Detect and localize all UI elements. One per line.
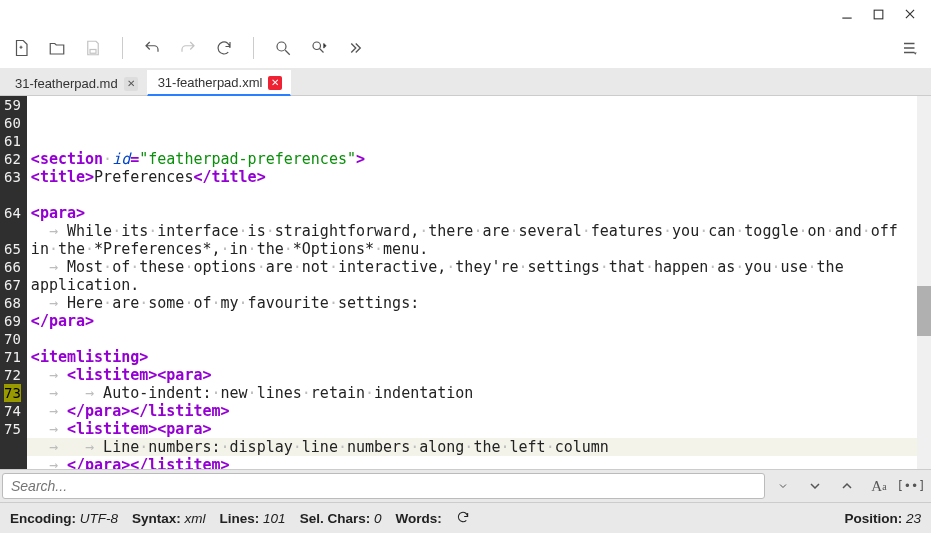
tab-label: 31-featherpad.xml [158,75,263,90]
line-number: 66 [4,258,21,276]
svg-point-3 [313,42,321,50]
code-line[interactable]: → → Line·numbers:·display·line·numbers·a… [27,438,931,456]
code-line[interactable]: → While·its·interface·is·straightforward… [27,222,931,240]
search-bar: Aa [••] [0,469,931,503]
window-close-button[interactable] [903,7,917,21]
find-button[interactable] [272,37,294,59]
line-number-gutter: 5960616263646566676869707172737475 [0,96,27,469]
code-line[interactable]: → <listitem><para> [27,366,931,384]
status-bar: Encoding: UTF-8 Syntax: xml Lines: 101 S… [0,503,931,533]
match-case-button[interactable]: Aa [865,473,893,499]
reload-button[interactable] [213,37,235,59]
line-number: 69 [4,312,21,330]
status-syntax-label: Syntax: [132,511,181,526]
scrollbar-thumb[interactable] [917,286,931,336]
window-maximize-button[interactable] [872,8,885,21]
code-line[interactable] [27,186,931,204]
svg-rect-1 [90,50,96,54]
line-number: 62 [4,150,21,168]
status-sel-value: 0 [374,511,382,526]
line-number: 71 [4,348,21,366]
line-number: 70 [4,330,21,348]
vertical-scrollbar[interactable] [917,96,931,469]
code-line[interactable]: <para> [27,204,931,222]
status-position-value: 23 [906,511,921,526]
code-line[interactable] [27,330,931,348]
find-replace-button[interactable] [308,37,330,59]
search-input[interactable] [2,473,765,499]
tab[interactable]: 31-featherpad.xml✕ [147,70,292,96]
undo-button[interactable] [141,37,163,59]
word-count-refresh-button[interactable] [456,510,476,527]
window-minimize-button[interactable] [840,7,854,21]
status-encoding-value: UTF-8 [80,511,118,526]
status-sel-label: Sel. Chars: [300,511,371,526]
editor-area[interactable]: 5960616263646566676869707172737475 <sect… [0,96,931,469]
tab-close-icon[interactable]: ✕ [124,77,138,91]
line-number: 74 [4,402,21,420]
window-titlebar [0,0,931,28]
search-history-dropdown[interactable] [769,473,797,499]
line-number: 72 [4,366,21,384]
line-number [4,222,21,240]
main-toolbar [0,28,931,68]
toolbar-overflow-button[interactable] [344,37,366,59]
code-line[interactable]: </para> [27,312,931,330]
code-line[interactable]: → → Auto-indent:·new·lines·retain·indent… [27,384,931,402]
line-number: 65 [4,240,21,258]
open-file-button[interactable] [46,37,68,59]
code-line[interactable]: → <listitem><para> [27,420,931,438]
redo-button[interactable] [177,37,199,59]
code-line[interactable]: → </para></listitem> [27,402,931,420]
code-line[interactable]: <itemlisting> [27,348,931,366]
status-encoding-label: Encoding: [10,511,76,526]
code-line[interactable]: <title>Preferences</title> [27,168,931,186]
code-line[interactable]: → </para></listitem> [27,456,931,469]
tab-bar: 31-featherpad.md✕31-featherpad.xml✕ [0,68,931,96]
code-line[interactable]: application. [27,276,931,294]
line-number: 73 [4,384,21,402]
tab-label: 31-featherpad.md [15,76,118,91]
line-number: 64 [4,204,21,222]
status-lines-label: Lines: [220,511,260,526]
tab[interactable]: 31-featherpad.md✕ [4,71,147,95]
code-area[interactable]: <section·id="featherpad-preferences"><ti… [27,96,931,469]
menu-button[interactable] [899,37,921,59]
line-number: 67 [4,276,21,294]
line-number: 63 [4,168,21,186]
line-number: 68 [4,294,21,312]
status-position-label: Position: [844,511,902,526]
status-lines-value: 101 [263,511,286,526]
line-number [4,186,21,204]
status-syntax-value: xml [185,511,206,526]
save-file-button[interactable] [82,37,104,59]
search-next-button[interactable] [801,473,829,499]
line-number: 59 [4,96,21,114]
tab-close-icon[interactable]: ✕ [268,76,282,90]
line-number: 60 [4,114,21,132]
line-number: 75 [4,420,21,438]
code-line[interactable]: → Here·are·some·of·my·favourite·settings… [27,294,931,312]
search-prev-button[interactable] [833,473,861,499]
code-line[interactable]: in·the·*Preferences*,·in·the·*Options*·m… [27,240,931,258]
svg-rect-0 [874,10,883,19]
code-line[interactable]: <section·id="featherpad-preferences"> [27,150,931,168]
status-words-label: Words: [395,511,441,526]
code-line[interactable]: → Most·of·these·options·are·not·interact… [27,258,931,276]
line-number: 61 [4,132,21,150]
svg-point-2 [277,42,286,51]
whole-word-button[interactable]: [••] [897,473,925,499]
new-file-button[interactable] [10,37,32,59]
